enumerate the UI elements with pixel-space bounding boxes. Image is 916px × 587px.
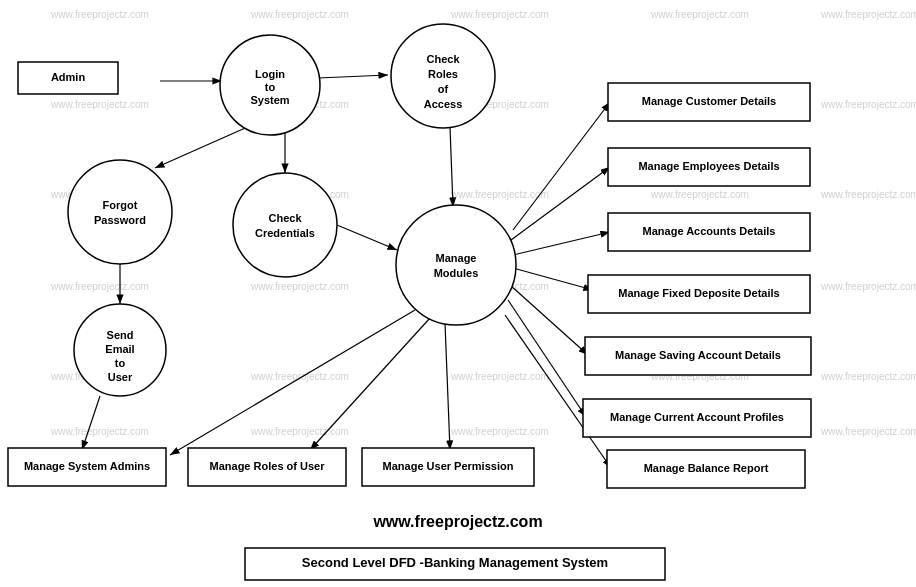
check-roles-label1: Check (426, 53, 460, 65)
manage-balance-label: Manage Balance Report (644, 462, 769, 474)
svg-text:www.freeprojectz.com: www.freeprojectz.com (820, 426, 916, 437)
send-email-label2: Email (105, 343, 134, 355)
svg-text:www.freeprojectz.com: www.freeprojectz.com (820, 189, 916, 200)
manage-fixed-label: Manage Fixed Deposite Details (618, 287, 779, 299)
manage-customer-label: Manage Customer Details (642, 95, 776, 107)
send-email-label4: User (108, 371, 133, 383)
manage-employees-label: Manage Employees Details (638, 160, 779, 172)
svg-text:www.freeprojectz.com: www.freeprojectz.com (450, 189, 549, 200)
send-email-label1: Send (107, 329, 134, 341)
manage-current-label: Manage Current Account Profiles (610, 411, 784, 423)
check-creds-node (233, 173, 337, 277)
svg-text:www.freeprojectz.com: www.freeprojectz.com (450, 426, 549, 437)
svg-text:www.freeprojectz.com: www.freeprojectz.com (50, 9, 149, 20)
check-creds-label2: Credentials (255, 227, 315, 239)
svg-text:www.freeprojectz.com: www.freeprojectz.com (650, 9, 749, 20)
svg-text:www.freeprojectz.com: www.freeprojectz.com (650, 189, 749, 200)
login-label: Login (255, 68, 285, 80)
svg-text:www.freeprojectz.com: www.freeprojectz.com (450, 9, 549, 20)
svg-text:www.freeprojectz.com: www.freeprojectz.com (50, 426, 149, 437)
diagram-area: www.freeprojectz.com www.freeprojectz.co… (0, 0, 916, 587)
manage-roles-label: Manage Roles of User (210, 460, 326, 472)
manage-accounts-label: Manage Accounts Details (643, 225, 776, 237)
forgot-pwd-node (68, 160, 172, 264)
svg-text:www.freeprojectz.com: www.freeprojectz.com (250, 371, 349, 382)
svg-line-38 (82, 396, 100, 450)
check-roles-label3: of (438, 83, 449, 95)
svg-text:www.freeprojectz.com: www.freeprojectz.com (250, 281, 349, 292)
svg-line-36 (337, 225, 397, 250)
svg-line-40 (310, 318, 430, 450)
diagram-svg: www.freeprojectz.com www.freeprojectz.co… (0, 0, 916, 587)
login-label2: to (265, 81, 276, 93)
check-creds-label1: Check (268, 212, 302, 224)
svg-line-44 (513, 232, 610, 255)
manage-sys-admins-label: Manage System Admins (24, 460, 150, 472)
manage-modules-label2: Modules (434, 267, 479, 279)
svg-line-43 (511, 167, 610, 240)
check-roles-label2: Roles (428, 68, 458, 80)
svg-text:www.freeprojectz.com: www.freeprojectz.com (250, 426, 349, 437)
svg-text:www.freeprojectz.com: www.freeprojectz.com (820, 9, 916, 20)
svg-line-42 (513, 102, 610, 230)
svg-text:www.freeprojectz.com: www.freeprojectz.com (450, 371, 549, 382)
svg-text:www.freeprojectz.com: www.freeprojectz.com (820, 371, 916, 382)
manage-modules-node (396, 205, 516, 325)
title-text: Second Level DFD -Banking Management Sys… (302, 555, 608, 570)
manage-user-perm-label: Manage User Permission (383, 460, 514, 472)
forgot-pwd-label1: Forgot (103, 199, 138, 211)
svg-text:www.freeprojectz.com: www.freeprojectz.com (820, 99, 916, 110)
svg-text:www.freeprojectz.com: www.freeprojectz.com (50, 99, 149, 110)
svg-text:www.freeprojectz.com: www.freeprojectz.com (820, 281, 916, 292)
website-text: www.freeprojectz.com (372, 513, 542, 530)
check-roles-label4: Access (424, 98, 463, 110)
svg-text:www.freeprojectz.com: www.freeprojectz.com (50, 281, 149, 292)
forgot-pwd-label2: Password (94, 214, 146, 226)
svg-line-32 (318, 75, 388, 78)
svg-line-41 (445, 323, 450, 450)
svg-text:www.freeprojectz.com: www.freeprojectz.com (250, 9, 349, 20)
admin-label: Admin (51, 71, 86, 83)
manage-saving-label: Manage Saving Account Details (615, 349, 781, 361)
manage-modules-label1: Manage (436, 252, 477, 264)
svg-line-34 (155, 125, 252, 168)
send-email-label3: to (115, 357, 126, 369)
login-label3: System (250, 94, 289, 106)
